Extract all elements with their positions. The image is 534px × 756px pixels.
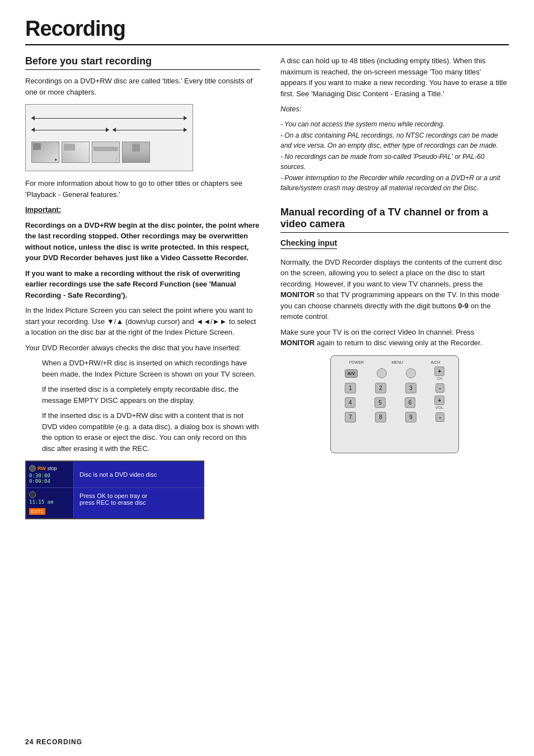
- dialog-message-1: Disc is not a DVD video disc: [79, 471, 157, 478]
- dialog-message-2a: Press OK to open tray or: [79, 492, 147, 499]
- left-column: Before you start recording Recordings on…: [25, 55, 260, 526]
- check-1: When a DVD+RW/+R disc is inserted on whi…: [42, 358, 260, 379]
- remote-btn-av[interactable]: A/V: [345, 369, 358, 378]
- remote-control: POWER MENU A/CH A/V + CH: [330, 355, 459, 453]
- notes-section: Notes: - You can not access the system m…: [280, 104, 509, 193]
- dialog-left-2: 11:15 am EXT1: [26, 488, 74, 518]
- remote-btn-vol-plus[interactable]: +: [434, 396, 444, 405]
- remote-btn-circle1[interactable]: [377, 368, 387, 378]
- intro-para: Recordings on a DVD+RW disc are called '…: [25, 76, 260, 97]
- check-3: If the inserted disc is a DVD+RW disc wi…: [42, 410, 260, 454]
- note-4: - Power interruption to the Recorder whi…: [280, 173, 509, 193]
- for-more-info: For more information about how to go to …: [25, 178, 260, 200]
- remote-btn-1[interactable]: 1: [345, 383, 356, 393]
- remote-btn-9[interactable]: 9: [405, 412, 416, 422]
- dialog-right-2: Press OK to open tray or press REC to er…: [74, 488, 203, 518]
- section2-title: Manual recording of a TV channel or from…: [280, 206, 509, 233]
- subsection-title-checking: Checking input: [280, 238, 337, 249]
- remote-btn-4[interactable]: 4: [345, 397, 356, 408]
- right-para1: A disc can hold up to 48 titles (includi…: [280, 55, 509, 99]
- thumbnail-4: [122, 142, 150, 163]
- remote-btn-3[interactable]: 3: [405, 383, 416, 393]
- remote-btn-2[interactable]: 2: [375, 383, 386, 393]
- remote-btn-circle2[interactable]: [406, 368, 416, 378]
- notes-label: Notes:: [280, 104, 509, 115]
- index-picture-text: In the Index Picture Screen you can sele…: [25, 305, 260, 338]
- remote-btn-ch-plus[interactable]: +: [434, 367, 444, 376]
- disc-diagram: ▶ ○: [25, 104, 193, 171]
- remote-btn-vol-minus[interactable]: -: [435, 412, 444, 422]
- dialog-screenshot: RW stop 0:30:00 0:00:04 Disc is not a DV…: [25, 461, 204, 519]
- check-2: If the inserted disc is a completely emp…: [42, 384, 260, 406]
- remote-btn-6[interactable]: 6: [405, 397, 416, 408]
- rw-label: RW: [38, 466, 46, 471]
- note-3: - No recordings can be made from so-call…: [280, 152, 509, 172]
- page: Recording Before you start recording Rec…: [0, 0, 534, 756]
- remote-vol-label: VOL: [435, 406, 443, 410]
- remote-btn-7[interactable]: 7: [345, 412, 356, 422]
- thumbnail-3: ○: [92, 142, 120, 163]
- dialog-left-1: RW stop 0:30:00 0:00:04: [26, 462, 74, 487]
- page-footer: 24 Recording: [25, 738, 82, 746]
- important-label: Important:: [25, 205, 61, 214]
- right-column: A disc can hold up to 48 titles (includi…: [280, 55, 509, 526]
- channel-label: EXT1: [29, 508, 45, 515]
- remote-label-power: POWER: [349, 360, 364, 364]
- thumbnail-2: [62, 142, 90, 163]
- stop-label: stop: [48, 466, 57, 471]
- remote-label-menu: MENU: [392, 360, 404, 364]
- dialog-row-2: 11:15 am EXT1 Press OK to open tray or p…: [26, 487, 203, 518]
- disc-thumbnails: ▶ ○: [31, 142, 187, 163]
- important-text: Recordings on a DVD+RW begin at the disc…: [25, 220, 260, 264]
- note-1: - You can not access the system menu whi…: [280, 119, 509, 129]
- time-display-3: 11:15 am: [29, 499, 71, 505]
- remote-btn-8[interactable]: 8: [375, 412, 386, 422]
- always-checks: Your DVD Recorder always checks the disc…: [25, 342, 260, 354]
- monitor-note: Make sure your TV is on the correct Vide…: [280, 327, 509, 349]
- dialog-message-2b: press REC to erase disc: [79, 499, 146, 506]
- thumbnail-1: ▶: [31, 142, 59, 163]
- dialog-row-1: RW stop 0:30:00 0:00:04 Disc is not a DV…: [26, 462, 203, 487]
- checking-input-text: Normally, the DVD Recorder displays the …: [280, 257, 509, 322]
- time-display-2: 0:00:04: [29, 478, 71, 484]
- remote-btn-ch-minus[interactable]: -: [435, 383, 444, 393]
- note-2: - On a disc containing PAL recordings, n…: [280, 130, 509, 151]
- dialog-right-1: Disc is not a DVD video disc: [74, 462, 203, 487]
- remote-ch-label: CH: [437, 377, 442, 381]
- time-display-1: 0:30:00: [29, 473, 71, 478]
- remote-label-ach: A/CH: [431, 360, 441, 364]
- section-title-before: Before you start recording: [25, 55, 260, 70]
- overwrite-warning: If you want to make a recording without …: [25, 268, 260, 301]
- remote-btn-5[interactable]: 5: [374, 397, 386, 408]
- page-title: Recording: [25, 17, 509, 45]
- important-block: Important: Recordings on a DVD+RW begin …: [25, 204, 260, 264]
